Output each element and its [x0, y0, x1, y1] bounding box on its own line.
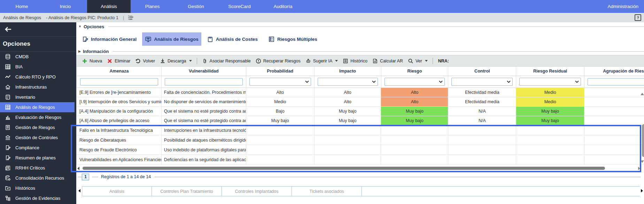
column-header-riesgo-residual[interactable]: Riesgo Residual — [516, 67, 584, 76]
tab-informacion-general[interactable]: Información General — [79, 32, 139, 46]
vertical-scrollbar-thumb[interactable] — [642, 124, 644, 157]
plus-icon — [82, 58, 87, 64]
tabs-scroll-left-icon[interactable] — [78, 189, 80, 192]
sidebar-item-calculo-rto-rpo[interactable]: Cálculo RTO y RPO — [0, 72, 76, 82]
nav-item-scorecard[interactable]: ScoreCard — [218, 0, 261, 13]
database-gear-icon — [5, 175, 11, 181]
cell-riesgo-residual — [516, 155, 584, 164]
back-button[interactable]: Volver — [133, 58, 157, 64]
column-header-agrupacion[interactable]: Agrupación de Riesgo — [584, 67, 644, 76]
table-row[interactable]: [A.4] Manipulación de la configuración Q… — [77, 107, 644, 116]
table-row[interactable]: [I.9] Interrupción de otros Servicios y … — [77, 97, 644, 107]
table-row-selected[interactable]: Riesgo de Ciberataques Posibilidad de at… — [77, 135, 644, 145]
view-button[interactable]: Ver — [405, 58, 430, 64]
sidebar-item-analisis-de-riesgos[interactable]: Análisis de Riesgos — [0, 102, 75, 112]
tab-riesgos-multiples[interactable]: Riesgos Múltiples — [265, 32, 320, 46]
download-button[interactable]: Descarga — [157, 58, 194, 64]
sidebar-collapse-button[interactable] — [0, 22, 76, 37]
tab-analisis-de-riesgos[interactable]: Análisis de Riesgos — [142, 32, 201, 46]
new-button[interactable]: Nueva — [79, 58, 104, 64]
sidebar-item-historicos[interactable]: Históricos — [0, 183, 76, 193]
sidebar-item-cmdb[interactable]: CMDB — [0, 52, 76, 62]
information-section-header[interactable]: ▶ Información — [78, 48, 644, 54]
horizontal-scrollbar[interactable] — [77, 166, 640, 171]
table-row-selected[interactable]: Riesgo de Fraude Electrónico Uso indebid… — [77, 145, 644, 155]
chevron-down-icon — [372, 81, 376, 83]
column-header-riesgo[interactable]: Riesgo — [381, 67, 449, 76]
scroll-left-arrow-icon[interactable] — [77, 167, 79, 170]
tabs-scroll-right-icon[interactable] — [641, 189, 643, 192]
filter-select-riesgo[interactable] — [385, 78, 445, 86]
folder-plus-icon — [5, 185, 11, 191]
table-row[interactable]: [E.9] Errores de [re-]encaminamiento Fal… — [77, 88, 644, 97]
filter-select-control[interactable] — [451, 78, 513, 86]
history-button[interactable]: Histórico — [340, 58, 370, 64]
help-icon[interactable]: ? — [635, 14, 641, 21]
x-icon — [107, 58, 112, 64]
nav-item-home[interactable]: Home — [0, 0, 44, 13]
column-header-control[interactable]: Control — [448, 67, 516, 76]
horizontal-scrollbar-thumb[interactable] — [83, 167, 605, 170]
cell-control — [448, 145, 516, 154]
list-menu-icon[interactable] — [127, 15, 134, 21]
filter-select-impacto[interactable] — [318, 78, 378, 86]
bottom-tab-controles-implantados[interactable]: Controles Implantados — [222, 187, 292, 196]
options-section-header[interactable]: ▼ Opciones — [78, 24, 644, 29]
cell-vulnerabilidad: Deficiencias en la seguridad de las apli… — [162, 155, 246, 164]
page-number-button[interactable]: 1 — [82, 174, 89, 180]
vertical-scrollbar[interactable] — [641, 92, 644, 165]
scroll-right-arrow-icon[interactable] — [638, 167, 640, 170]
column-header-amenaza[interactable]: Amenaza — [77, 67, 162, 76]
cell-impacto — [315, 126, 381, 135]
bottom-tab-controles-plan-tratamiento[interactable]: Controles Plan Tratamiento — [152, 187, 222, 196]
recover-risks-button[interactable]: Recuperar Riesgos — [253, 58, 303, 64]
column-header-impacto[interactable]: Impacto — [315, 67, 381, 76]
sidebar-item-gestion-de-controles[interactable]: Gestión de Controles — [0, 133, 76, 143]
nav-item-gestion[interactable]: Gestión — [174, 0, 218, 13]
sidebar-item-consolidacion-recursos[interactable]: Consolidación Recursos — [0, 173, 76, 183]
sidebar-item-resumen-de-planes[interactable]: Resumen de planes — [0, 153, 76, 163]
calculate-ar-button[interactable]: Calcular AR — [370, 58, 405, 64]
table-row-selected[interactable]: Fallo en la Infraestructura Tecnológica … — [77, 126, 644, 135]
column-header-probabilidad[interactable]: Probabilidad — [246, 67, 315, 76]
sidebar-item-evaluacion-de-riesgos[interactable]: Evaluación de Riesgos — [0, 112, 76, 122]
tab-label: Información General — [91, 37, 137, 42]
table-row-selected[interactable]: Vulnerabilidades en Aplicaciones Financi… — [77, 155, 644, 165]
bottom-tab-analisis[interactable]: Análisis — [82, 187, 152, 196]
database-icon — [5, 54, 11, 60]
app-screen: Home Inicio Análisis Planes Gestión Scor… — [0, 0, 644, 204]
sidebar-item-infraestructuras[interactable]: Infraestructuras — [0, 82, 76, 92]
nav-item-inicio[interactable]: Inicio — [44, 0, 87, 13]
cell-amenaza: Vulnerabilidades en Aplicaciones Financi… — [77, 155, 162, 164]
top-navbar: Home Inicio Análisis Planes Gestión Scor… — [0, 0, 644, 13]
sidebar-item-bia[interactable]: BIA — [0, 62, 76, 72]
assign-responsible-button[interactable]: Asociar Responsable — [200, 58, 253, 64]
sidebar-item-inventario[interactable]: Inventario — [0, 92, 76, 102]
nav-item-auditoria[interactable]: Auditoría — [261, 0, 305, 13]
cell-amenaza: Riesgo de Fraude Electrónico — [77, 145, 162, 154]
filter-select-probabilidad[interactable] — [249, 78, 311, 86]
nav-item-planes[interactable]: Planes — [131, 0, 174, 13]
suggest-ai-button[interactable]: AI Sugerir IA — [303, 58, 341, 64]
table-row[interactable]: [A.6] Abuso de privilegios de acceso Que… — [77, 116, 644, 126]
sidebar-item-compliance[interactable]: Compliance — [0, 143, 76, 153]
sidebar-item-gestion-de-riesgos[interactable]: Gestión de Riesgos — [0, 122, 76, 133]
tab-analisis-de-costes[interactable]: Análisis de Costes — [204, 32, 261, 46]
scroll-down-arrow-icon[interactable] — [641, 160, 644, 163]
filter-input-agrupacion[interactable] — [588, 78, 644, 85]
nav-item-analisis[interactable]: Análisis — [87, 0, 131, 13]
nav-item-administracion[interactable]: Administración — [607, 0, 644, 13]
bottom-tab-tickets-asociados[interactable]: Tickets asociados — [292, 187, 362, 196]
sidebar-item-gestion-de-evidencias[interactable]: Gestión de Evidencias — [0, 193, 76, 203]
cell-probabilidad: Bajo — [246, 107, 315, 116]
chevron-down-icon — [189, 60, 192, 62]
column-header-vulnerabilidad[interactable]: Vulnerabilidad — [162, 67, 246, 76]
sidebar-item-rrhh-criticos[interactable]: RRHH Críticos — [0, 163, 76, 173]
delete-button[interactable]: Eliminar — [104, 58, 133, 64]
filter-select-riesgo-residual[interactable] — [519, 78, 581, 86]
scroll-up-arrow-icon[interactable] — [641, 93, 644, 95]
filter-input-amenaza[interactable] — [80, 78, 158, 85]
cell-impacto: Alto — [315, 97, 381, 106]
bar-chart-icon — [5, 114, 11, 120]
filter-input-vulnerabilidad[interactable] — [165, 78, 243, 85]
